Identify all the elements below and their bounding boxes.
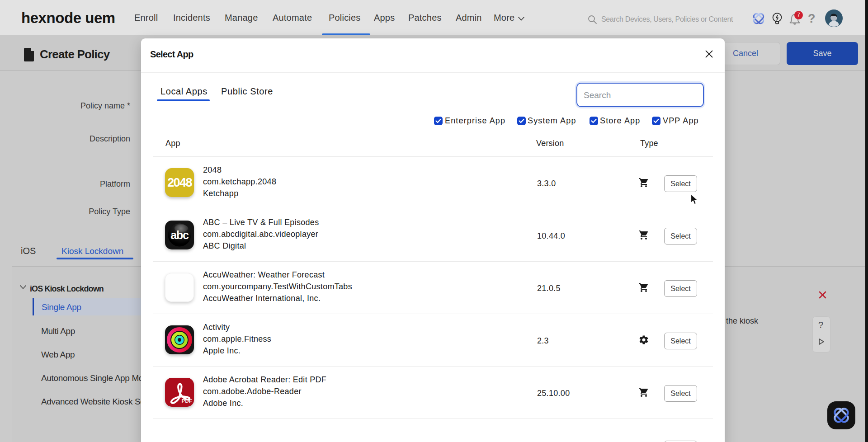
svg-text:PDF: PDF [182,398,193,404]
svg-text:abc: abc [170,229,189,241]
